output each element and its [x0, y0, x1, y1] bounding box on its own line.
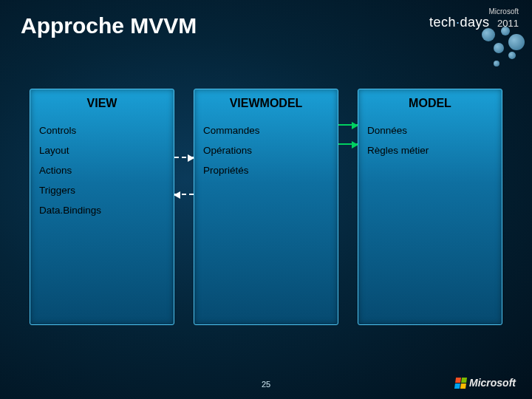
decorative-bubbles	[463, 27, 529, 71]
column-model: MODEL Données Règles métier	[358, 89, 502, 325]
column-heading: MODEL	[358, 89, 502, 120]
arrow-view-actions-to-viewmodel	[174, 157, 194, 158]
column-view: VIEW Controls Layout Actions Triggers Da…	[30, 89, 174, 325]
list-item: Controls	[30, 120, 174, 140]
arrowhead-icon	[352, 122, 358, 129]
arrowhead-icon	[174, 191, 180, 199]
list-item: Actions	[30, 160, 174, 180]
arrow-viewmodel-to-model-bottom	[338, 143, 358, 145]
slide-title: Approche MVVM	[21, 13, 197, 38]
list-item: Propriétés	[194, 160, 338, 180]
arrowhead-icon	[352, 141, 358, 149]
list-item: Données	[358, 120, 502, 140]
mvvm-columns: VIEW Controls Layout Actions Triggers Da…	[30, 89, 502, 325]
column-heading: VIEW	[30, 89, 174, 120]
list-item: Data.Bindings	[30, 200, 174, 220]
microsoft-flag-icon	[454, 378, 467, 389]
product-prefix: tech	[429, 15, 456, 30]
column-viewmodel: VIEWMODEL Commandes Opérations Propriété…	[194, 89, 338, 325]
list-item: Commandes	[194, 120, 338, 140]
list-item: Triggers	[30, 180, 174, 200]
list-item: Opérations	[194, 140, 338, 160]
list-item: Règles métier	[358, 140, 502, 160]
list-item: Layout	[30, 140, 174, 160]
microsoft-footer-logo: Microsoft	[455, 377, 516, 389]
page-number: 25	[0, 380, 532, 389]
column-heading: VIEWMODEL	[194, 89, 338, 120]
arrow-viewmodel-to-model-top	[338, 124, 358, 126]
arrowhead-icon	[188, 154, 194, 162]
arrow-viewmodel-to-view-bindings	[174, 194, 194, 195]
footer-vendor-label: Microsoft	[469, 377, 516, 389]
